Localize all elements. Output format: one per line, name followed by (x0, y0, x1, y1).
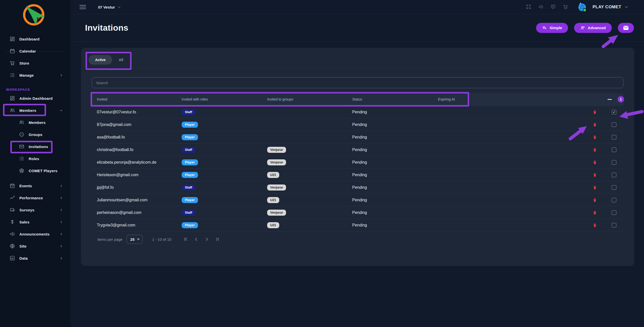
sidebar-item-label: Invitations (29, 145, 48, 149)
delete-invitation-button[interactable] (593, 172, 597, 177)
row-checkbox[interactable] (612, 198, 616, 202)
checkbox-cell (610, 156, 619, 168)
checkbox-cell: ✓ (610, 106, 619, 118)
first-page-button[interactable] (182, 236, 189, 243)
user-menu[interactable]: PLAY COMET (592, 5, 628, 10)
delete-invitation-button[interactable] (593, 110, 597, 115)
row-checkbox[interactable] (612, 210, 616, 215)
mail-icon (623, 26, 629, 30)
sidebar-item-announcements[interactable]: Announcements (0, 228, 70, 240)
sidebar-item-admin-dashboard[interactable]: Admin Dashboard (0, 92, 70, 104)
search-input[interactable] (92, 77, 623, 88)
list-icon (19, 156, 24, 161)
role-cell: Player (182, 194, 198, 206)
column-header-invited: Invited (97, 93, 107, 106)
delete-invitation-button[interactable] (593, 210, 597, 215)
status-text: Pending (352, 118, 367, 131)
invitation-row: 07vestur@07vestur.foStaffPending✓ (92, 106, 623, 118)
row-checkbox[interactable] (612, 223, 616, 227)
dashboard-grid-icon (10, 36, 15, 42)
calendar-icon (10, 48, 15, 54)
invited-email: christina@football.fo (97, 144, 133, 156)
group-badge: Venjarar (267, 159, 286, 165)
delete-cell (590, 106, 600, 118)
row-checkbox[interactable] (612, 160, 616, 165)
sidebar-item-performance[interactable]: Performance (0, 192, 70, 204)
chevron-down-icon (60, 109, 63, 112)
cart-icon[interactable] (563, 4, 569, 10)
row-checkbox-checked[interactable]: ✓ (612, 110, 616, 114)
list-icon (10, 72, 15, 78)
sidebar-item-data[interactable]: Data (0, 252, 70, 264)
comet-avatar[interactable] (577, 2, 587, 12)
group-badge: U21 (267, 172, 279, 178)
sidebar-item-members[interactable]: Members (0, 116, 70, 128)
sidebar-item-manage[interactable]: Manage (0, 69, 70, 81)
sidebar-item-sales[interactable]: Sales (0, 216, 70, 228)
next-page-button[interactable] (204, 236, 210, 243)
last-page-button[interactable] (214, 236, 221, 243)
delete-invitation-button[interactable] (593, 185, 597, 190)
page-size-select[interactable]: 25 (127, 235, 143, 244)
role-cell: Player (182, 156, 198, 168)
page-title: Invitations (85, 23, 128, 33)
group-badge: Venjarar (267, 210, 286, 216)
invited-email: elizabeta.peronja@analyticom.de (97, 156, 156, 168)
playlist-add-icon (542, 25, 547, 30)
row-checkbox[interactable] (612, 135, 616, 139)
delete-invitation-button[interactable] (593, 135, 597, 140)
sidebar-item-surveys[interactable]: Surveys (0, 204, 70, 216)
invited-email: 87jona@gmail.com (97, 118, 131, 131)
role-badge-player: Player (182, 134, 198, 140)
chat-square-icon[interactable] (550, 4, 556, 10)
sidebar-item-dashboard[interactable]: Dashboard (0, 33, 70, 45)
row-checkbox[interactable] (612, 122, 616, 127)
tab-active[interactable]: Active (89, 55, 112, 65)
checkbox-cell (610, 219, 619, 231)
select-all-indeterminate-checkbox[interactable] (607, 93, 613, 106)
sidebar-item-label: Announcements (19, 232, 50, 236)
simple-invite-button[interactable]: Simple (536, 23, 568, 33)
fullscreen-icon[interactable] (526, 4, 532, 10)
megaphone-icon[interactable] (538, 4, 544, 10)
delete-invitation-button[interactable] (593, 198, 597, 203)
row-checkbox[interactable] (612, 185, 616, 190)
checkbox-cell (610, 131, 619, 143)
advanced-button-label: Advanced (588, 26, 606, 30)
menu-toggle-icon[interactable] (79, 4, 86, 10)
person-add-icon (580, 25, 585, 30)
delete-invitation-button[interactable] (593, 122, 597, 127)
sidebar-item-roles[interactable]: Roles (0, 153, 70, 165)
table-body: 07vestur@07vestur.foStaffPending✓87jona@… (92, 106, 623, 231)
delete-invitation-button[interactable] (593, 147, 597, 152)
sidebar-item-label: Surveys (19, 208, 34, 212)
advanced-invite-button[interactable]: Advanced (574, 23, 612, 33)
chat-icon (10, 207, 15, 213)
invitations-card: ActiveAll 1 InvitedInvited with rolesInv… (81, 48, 634, 266)
team-selector[interactable]: 07 Vestur (98, 5, 121, 9)
sidebar-item-events[interactable]: Events (0, 180, 70, 192)
delete-invitation-button[interactable] (593, 223, 597, 228)
sidebar-item-calendar[interactable]: Calendar (0, 45, 70, 57)
row-checkbox[interactable] (612, 173, 616, 177)
sidebar-item-comet-players[interactable]: COMET Players (0, 165, 70, 177)
delete-invitation-button[interactable] (593, 160, 597, 165)
sidebar-item-groups[interactable]: Groups (0, 128, 70, 141)
tab-all[interactable]: All (112, 55, 130, 65)
envelope-icon (19, 144, 24, 149)
delete-cell (590, 169, 600, 181)
checkbox-cell (610, 194, 619, 206)
invitation-row: asa@football.foPlayerPending (92, 131, 623, 143)
topbar: 07 Vestur PLAY COMET (70, 0, 644, 14)
column-header-expiring-at: Expiring At (438, 93, 455, 106)
sidebar-item-site[interactable]: Site (0, 240, 70, 252)
sidebar-item-store[interactable]: Store (0, 57, 70, 69)
previous-page-button[interactable] (193, 236, 199, 243)
sidebar-item-members[interactable]: Members (0, 104, 70, 116)
sidebar-item-invitations[interactable]: Invitations (0, 141, 70, 153)
user-menu-label: PLAY COMET (592, 5, 621, 10)
team-name: 07 Vestur (98, 5, 115, 9)
invitation-row: christina@football.foStaffVenjararPendin… (92, 143, 623, 156)
send-mail-button[interactable] (618, 23, 634, 33)
row-checkbox[interactable] (612, 148, 616, 152)
